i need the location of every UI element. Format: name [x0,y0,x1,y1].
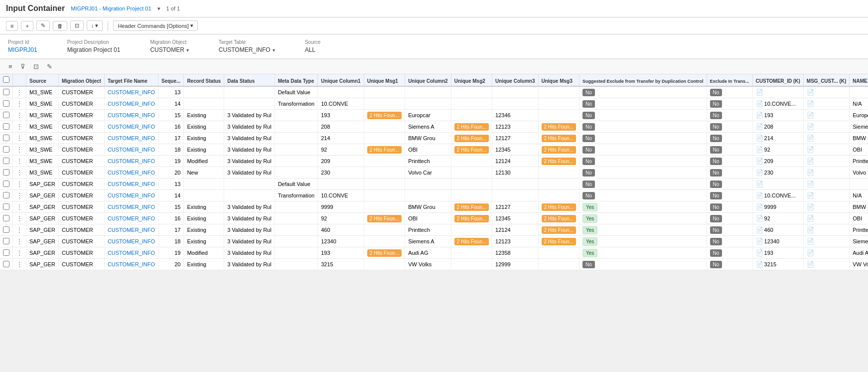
row-checkbox-cell[interactable] [0,110,13,121]
edit-btn[interactable]: ✎ [36,20,50,31]
target-link[interactable]: CUSTOMER_INFO [108,204,155,210]
doc-icon[interactable]: 📄 [807,226,814,233]
msg-cust-cell[interactable]: 📄 [803,133,849,144]
table-cell[interactable]: CUSTOMER_INFO [104,190,158,201]
hits-badge[interactable]: 2 Hits Foun... [542,158,576,165]
row-checkbox[interactable] [3,169,9,176]
row-menu-cell[interactable]: ⋮ [13,144,26,156]
row-menu-icon[interactable]: ⋮ [16,237,23,245]
target-link[interactable]: CUSTOMER_INFO [108,135,155,141]
hits-badge[interactable]: 2 Hits Foun... [542,238,576,245]
row-checkbox-cell[interactable] [0,156,13,167]
row-checkbox-cell[interactable] [0,179,13,190]
row-menu-cell[interactable]: ⋮ [13,167,26,179]
row-checkbox-cell[interactable] [0,144,13,156]
table-cell[interactable]: CUSTOMER_INFO [104,179,158,190]
copy-btn[interactable]: ⊡ [70,20,84,31]
msg-cust-cell[interactable]: 📄 [803,236,849,247]
row-checkbox[interactable] [3,112,9,118]
hits-badge[interactable]: 2 Hits Foun... [367,112,402,119]
table-cell[interactable]: CUSTOMER_INFO [104,201,158,213]
row-menu-cell[interactable]: ⋮ [13,213,26,224]
target-table-arrow[interactable]: ▾ [273,47,275,53]
row-checkbox-cell[interactable] [0,121,13,133]
doc-icon[interactable]: 📄 [807,100,814,107]
row-checkbox[interactable] [3,261,9,267]
msg-cust-cell[interactable]: 📄 [803,167,849,179]
row-menu-icon[interactable]: ⋮ [16,157,23,165]
table-cell[interactable]: CUSTOMER_INFO [104,110,158,121]
hits-badge[interactable]: 2 Hits Foun... [454,135,489,142]
target-link[interactable]: CUSTOMER_INFO [108,227,155,233]
row-menu-cell[interactable]: ⋮ [13,247,26,259]
hits-badge[interactable]: 2 Hits Foun... [454,123,489,131]
row-checkbox[interactable] [3,158,9,164]
hits-badge[interactable]: 2 Hits Foun... [454,146,489,154]
table-cell[interactable]: CUSTOMER_INFO [104,98,158,110]
doc-icon[interactable]: 📄 [807,169,814,176]
doc-icon[interactable]: 📄 [756,135,763,142]
row-menu-cell[interactable]: ⋮ [13,121,26,133]
hits-badge[interactable]: 2 Hits Foun... [367,146,402,154]
target-link[interactable]: CUSTOMER_INFO [108,89,155,95]
target-link[interactable]: CUSTOMER_INFO [108,112,155,118]
row-checkbox-cell[interactable] [0,167,13,179]
table-cell[interactable]: CUSTOMER_INFO [104,86,158,98]
row-checkbox-cell[interactable] [0,247,13,259]
target-link[interactable]: CUSTOMER_INFO [108,181,155,187]
doc-icon[interactable]: 📄 [807,146,814,153]
row-checkbox-cell[interactable] [0,86,13,98]
sub-list-btn[interactable]: ≡ [6,61,15,72]
row-checkbox-cell[interactable] [0,259,13,270]
add-btn[interactable]: + [21,21,33,31]
msg-cust-cell[interactable]: 📄 [803,156,849,167]
row-checkbox-cell[interactable] [0,201,13,213]
target-link[interactable]: CUSTOMER_INFO [108,215,155,221]
row-menu-icon[interactable]: ⋮ [16,100,23,108]
doc-icon[interactable]: 📄 [756,226,763,233]
doc-icon[interactable]: 📄 [756,158,763,165]
doc-icon[interactable]: 📄 [756,146,763,153]
hits-badge[interactable]: 2 Hits Foun... [454,203,489,211]
msg-cust-cell[interactable]: 📄 [803,247,849,259]
row-checkbox-cell[interactable] [0,133,13,144]
row-checkbox-cell[interactable] [0,190,13,201]
migration-obj-arrow[interactable]: ▾ [186,47,189,53]
row-menu-icon[interactable]: ⋮ [16,88,23,96]
table-cell[interactable]: CUSTOMER_INFO [104,247,158,259]
table-cell[interactable]: CUSTOMER_INFO [104,133,158,144]
row-checkbox[interactable] [3,203,9,210]
msg-cust-cell[interactable]: 📄 [803,224,849,236]
doc-icon[interactable]: 📄 [756,100,763,107]
doc-icon[interactable]: 📄 [807,261,814,268]
row-checkbox[interactable] [3,181,9,187]
doc-icon[interactable]: 📄 [756,261,763,268]
msg-cust-cell[interactable]: 📄 [803,98,849,110]
row-menu-cell[interactable]: ⋮ [13,156,26,167]
row-menu-cell[interactable]: ⋮ [13,224,26,236]
table-cell[interactable]: CUSTOMER_INFO [104,144,158,156]
target-link[interactable]: CUSTOMER_INFO [108,238,155,244]
hits-badge[interactable]: 2 Hits Foun... [542,203,576,211]
doc-icon[interactable]: 📄 [756,238,763,245]
doc-icon[interactable]: 📄 [807,215,814,222]
hits-badge[interactable]: 2 Hits Foun... [542,146,576,154]
target-table-select[interactable]: CUSTOMER_INFO ▾ [219,46,275,53]
migration-obj-select[interactable]: CUSTOMER ▾ [150,46,188,53]
sub-filter-btn[interactable]: ⊽ [18,61,28,72]
doc-icon[interactable]: 📄 [807,89,814,96]
msg-cust-cell[interactable]: 📄 [803,86,849,98]
table-cell[interactable]: CUSTOMER_INFO [104,213,158,224]
header-commands-btn[interactable]: Header Commands [Options] ▾ [113,20,197,31]
row-menu-icon[interactable]: ⋮ [16,146,23,154]
doc-icon[interactable]: 📄 [756,123,763,130]
doc-icon[interactable]: 📄 [756,249,763,256]
row-checkbox[interactable] [3,100,9,107]
row-menu-cell[interactable]: ⋮ [13,201,26,213]
row-menu-cell[interactable]: ⋮ [13,190,26,201]
doc-icon[interactable]: 📄 [807,135,814,142]
table-cell[interactable]: CUSTOMER_INFO [104,224,158,236]
msg-cust-cell[interactable]: 📄 [803,110,849,121]
msg-cust-cell[interactable]: 📄 [803,190,849,201]
delete-btn[interactable]: 🗑 [53,21,67,31]
